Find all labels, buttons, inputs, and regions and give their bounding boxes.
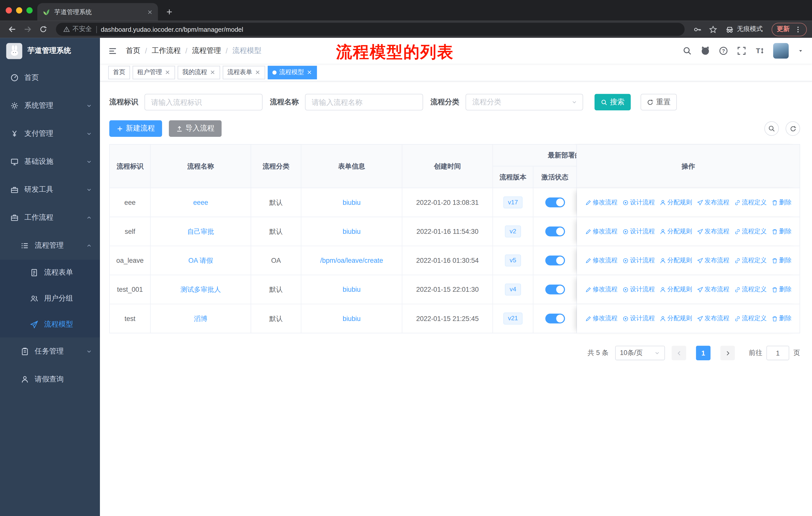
breadcrumb-home[interactable]: 首页 [126,46,141,55]
password-key-icon[interactable] [691,22,704,36]
delete-process-link[interactable]: 删除 [771,285,791,294]
new-tab-button[interactable] [162,5,177,19]
fullscreen-icon[interactable] [737,46,746,55]
form-info-link[interactable]: /bpm/oa/leave/create [320,256,383,264]
version-badge[interactable]: v4 [505,284,521,295]
reload-button[interactable] [36,22,50,36]
tag-tenant-mgmt[interactable]: 租户管理 [133,65,175,79]
process-definition-link[interactable]: 流程定义 [734,256,767,265]
process-name-link[interactable]: 测试多审批人 [180,286,221,293]
publish-process-link[interactable]: 发布流程 [697,198,729,207]
form-info-link[interactable]: biubiu [343,286,360,294]
active-toggle[interactable] [545,255,564,265]
browser-update-pill[interactable]: 更新 [772,22,807,36]
design-process-link[interactable]: 设计流程 [622,256,655,265]
breadcrumb-workflow[interactable]: 工作流程 [152,46,181,55]
forward-button[interactable] [21,22,34,36]
design-process-link[interactable]: 设计流程 [622,314,655,323]
font-size-icon[interactable] [755,46,764,55]
reset-button[interactable]: 重置 [641,94,677,110]
process-name-link[interactable]: 自己审批 [187,227,214,235]
sidebar-item-system[interactable]: 系统管理 [0,92,100,120]
sidebar-item-process-model[interactable]: 流程模型 [0,311,100,337]
search-icon[interactable] [683,46,692,55]
close-window-button[interactable] [6,7,12,13]
prev-page-button[interactable] [671,346,686,360]
minimize-window-button[interactable] [16,7,22,13]
tag-close-icon[interactable] [307,70,312,75]
design-process-link[interactable]: 设计流程 [622,198,655,207]
tag-home[interactable]: 首页 [108,65,130,79]
process-id-input[interactable] [144,94,263,110]
bookmark-star-icon[interactable] [706,22,720,36]
refresh-table-button[interactable] [786,121,800,136]
avatar[interactable] [773,43,789,59]
delete-process-link[interactable]: 删除 [771,227,791,236]
sidebar-item-task-mgmt[interactable]: 任务管理 [0,337,100,365]
sidebar-item-leave-query[interactable]: 请假查询 [0,365,100,393]
modify-process-link[interactable]: 修改流程 [585,256,618,265]
tab-close-icon[interactable] [147,9,153,15]
active-toggle[interactable] [545,226,564,236]
version-badge[interactable]: v5 [505,255,521,266]
design-process-link[interactable]: 设计流程 [622,227,655,236]
assign-rule-link[interactable]: 分配规则 [660,314,692,323]
modify-process-link[interactable]: 修改流程 [585,285,618,294]
form-info-link[interactable]: biubiu [343,198,360,206]
incognito-chip[interactable]: 无痕模式 [722,25,766,34]
sidebar-collapse-button[interactable] [108,46,117,55]
modify-process-link[interactable]: 修改流程 [585,198,618,207]
process-name-link[interactable]: eeee [193,198,208,206]
publish-process-link[interactable]: 发布流程 [697,227,729,236]
tag-process-form[interactable]: 流程表单 [223,65,265,79]
github-icon[interactable] [701,46,710,55]
sidebar-item-process-mgmt[interactable]: 流程管理 [0,232,100,260]
form-info-link[interactable]: biubiu [343,315,360,323]
sidebar-item-devtool[interactable]: 研发工具 [0,175,100,203]
version-badge[interactable]: v2 [505,226,521,237]
assign-rule-link[interactable]: 分配规则 [660,198,692,207]
import-process-button[interactable]: 导入流程 [169,120,222,137]
process-category-select[interactable]: 流程分类 [466,94,583,110]
process-definition-link[interactable]: 流程定义 [734,198,767,207]
tag-my-process[interactable]: 我的流程 [178,65,220,79]
publish-process-link[interactable]: 发布流程 [697,256,729,265]
tag-close-icon[interactable] [210,70,215,75]
active-toggle[interactable] [545,197,564,207]
avatar-caret-icon[interactable] [798,48,804,54]
assign-rule-link[interactable]: 分配规则 [660,256,692,265]
sidebar-item-workflow[interactable]: 工作流程 [0,204,100,232]
sidebar-item-payment[interactable]: 支付管理 [0,120,100,147]
search-button[interactable]: 搜索 [594,94,631,110]
tag-close-icon[interactable] [165,70,170,75]
breadcrumb-process-mgmt[interactable]: 流程管理 [192,46,221,55]
process-name-input[interactable] [305,94,423,110]
assign-rule-link[interactable]: 分配规则 [660,227,692,236]
delete-process-link[interactable]: 删除 [771,198,791,207]
tag-process-model[interactable]: 流程模型 [268,65,317,79]
browser-menu-icon[interactable] [794,26,802,33]
process-name-link[interactable]: 滔博 [194,315,207,322]
active-toggle[interactable] [545,285,564,295]
security-indicator[interactable]: 不安全 [63,25,92,34]
url-bar[interactable]: 不安全 dashboard.yudao.iocoder.cn/bpm/manag… [56,23,685,36]
process-name-link[interactable]: OA 请假 [188,256,213,264]
version-badge[interactable]: v21 [503,313,523,324]
sidebar-item-home[interactable]: 首页 [0,64,100,92]
form-info-link[interactable]: biubiu [343,227,360,235]
process-definition-link[interactable]: 流程定义 [734,285,767,294]
sidebar-item-process-form[interactable]: 流程表单 [0,260,100,286]
page-size-select[interactable]: 10条/页 [615,346,665,360]
next-page-button[interactable] [720,346,735,360]
active-toggle[interactable] [545,314,564,324]
modify-process-link[interactable]: 修改流程 [585,314,618,323]
toggle-search-button[interactable] [764,121,779,136]
publish-process-link[interactable]: 发布流程 [697,285,729,294]
create-process-button[interactable]: 新建流程 [109,120,162,137]
sidebar-item-infra[interactable]: 基础设施 [0,147,100,175]
delete-process-link[interactable]: 删除 [771,256,791,265]
sidebar-item-user-group[interactable]: 用户分组 [0,286,100,312]
modify-process-link[interactable]: 修改流程 [585,227,618,236]
browser-tab[interactable]: 芋道管理系统 [37,3,158,21]
design-process-link[interactable]: 设计流程 [622,285,655,294]
